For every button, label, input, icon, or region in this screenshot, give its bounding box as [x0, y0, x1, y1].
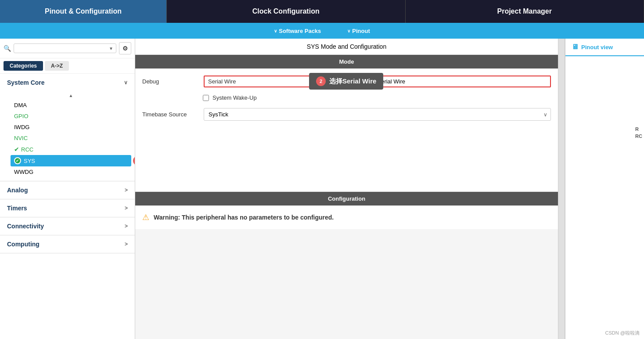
sys-row: ✔ SYS 1 — [11, 155, 131, 166]
gpio-label: GPIO — [14, 113, 29, 119]
section-connectivity-chevron: > — [125, 223, 128, 229]
section-timers-label: Timers — [7, 205, 27, 212]
software-packs-label: Software Packs — [279, 28, 321, 34]
step1-badge: 1 — [133, 156, 135, 166]
config-content: ⚠ Warning: This peripheral has no parame… — [135, 206, 558, 229]
section-timers-chevron: > — [125, 205, 128, 211]
content-title: SYS Mode and Configuration — [135, 39, 558, 55]
section-analog: Analog > — [0, 181, 135, 199]
search-input[interactable] — [17, 45, 109, 51]
secondary-navigation: ∨ Software Packs ∨ Pinout — [0, 23, 644, 39]
pinout-nav[interactable]: ∨ Pinout — [347, 28, 370, 34]
sidebar-item-rcc[interactable]: ✔ RCC — [11, 144, 131, 155]
rcc-label: RCC — [21, 146, 33, 153]
tab-project-manager[interactable]: Project Manager — [406, 0, 644, 23]
timebase-label: Timebase Source — [142, 111, 199, 118]
section-computing: Computing > — [0, 235, 135, 253]
section-connectivity-header[interactable]: Connectivity > — [0, 217, 135, 235]
top-navigation: Pinout & Configuration Clock Configurati… — [0, 0, 644, 23]
section-system-core-chevron: ∨ — [124, 79, 128, 86]
pinout-view-button[interactable]: 🖥 Pinout view — [565, 39, 644, 56]
dma-label: DMA — [14, 102, 27, 108]
search-box[interactable]: ▼ — [14, 43, 116, 53]
software-packs-nav[interactable]: ∨ Software Packs — [274, 28, 321, 34]
search-icon: 🔍 — [4, 45, 11, 52]
check-icon-sys: ✔ — [14, 157, 21, 164]
sys-label: SYS — [24, 158, 35, 164]
section-analog-header[interactable]: Analog > — [0, 181, 135, 199]
system-core-items: ▲ DMA GPIO IWDG NVIC ✔ — [0, 91, 135, 181]
wakeup-label: System Wake-Up — [212, 94, 257, 101]
sidebar-item-iwdg[interactable]: IWDG — [11, 122, 131, 133]
nvic-label: NVIC — [14, 135, 28, 141]
timebase-form-row: Timebase Source SysTick TIM1 TIM2 ∨ — [142, 108, 551, 121]
warning-text: Warning: This peripheral has no paramete… — [154, 214, 334, 221]
software-packs-chevron: ∨ — [274, 29, 277, 33]
section-timers-header[interactable]: Timers > — [0, 199, 135, 217]
tab-pinout-configuration[interactable]: Pinout & Configuration — [0, 0, 167, 23]
warning-icon: ⚠ — [142, 213, 149, 222]
debug-form-row: Debug Serial Wire Serial Wire JTAG (4 pi… — [142, 76, 551, 87]
tab-pinout-label: Pinout & Configuration — [45, 7, 122, 15]
sidebar-item-nvic[interactable]: NVIC — [11, 133, 131, 144]
sidebar: 🔍 ▼ ⚙ Categories A->Z System C — [0, 39, 135, 339]
right-label-r: R — [635, 126, 642, 132]
timebase-select[interactable]: SysTick TIM1 TIM2 — [204, 108, 551, 121]
mode-section: Mode Debug Serial Wire Serial Wire JTAG … — [135, 55, 558, 191]
gear-button[interactable]: ⚙ — [119, 42, 131, 54]
scrollbar-divider — [558, 39, 565, 339]
config-section: Configuration ⚠ Warning: This peripheral… — [135, 191, 558, 229]
mode-content: Debug Serial Wire Serial Wire JTAG (4 pi… — [135, 69, 558, 191]
pinout-view-icon: 🖥 — [572, 43, 579, 51]
wwdg-label: WWDG — [14, 169, 33, 175]
pinout-chevron: ∨ — [347, 29, 350, 33]
section-timers: Timers > — [0, 199, 135, 217]
mode-section-header: Mode — [135, 55, 558, 69]
section-connectivity-label: Connectivity — [7, 223, 44, 230]
section-system-core-label: System Core — [7, 79, 45, 86]
tooltip-callout: 2 选择Serial Wire — [309, 73, 383, 90]
main-content: SYS Mode and Configuration Mode Debug Se… — [135, 39, 558, 339]
tab-clock-configuration[interactable]: Clock Configuration — [167, 0, 406, 23]
sidebar-content: System Core ∨ ▲ DMA GPIO IWDG — [0, 74, 135, 339]
tab-categories[interactable]: Categories — [4, 61, 43, 71]
main-layout: 🔍 ▼ ⚙ Categories A->Z System C — [0, 39, 644, 339]
watermark: CSDN @啦啦滴 — [605, 330, 640, 336]
right-panel-labels: R RC — [635, 126, 642, 139]
gear-icon: ⚙ — [122, 45, 128, 52]
sidebar-item-wwdg[interactable]: WWDG — [11, 166, 131, 177]
tab-project-label: Project Manager — [497, 7, 552, 15]
sidebar-item-sys[interactable]: ✔ SYS — [11, 155, 131, 166]
section-computing-label: Computing — [7, 241, 40, 248]
section-connectivity: Connectivity > — [0, 217, 135, 235]
check-icon-rcc: ✔ — [14, 146, 19, 153]
sidebar-tabs: Categories A->Z — [0, 58, 135, 74]
section-system-core-header[interactable]: System Core ∨ — [0, 74, 135, 91]
right-panel: 🖥 Pinout view R RC CSDN @啦啦滴 — [565, 39, 644, 339]
debug-label: Debug — [142, 78, 199, 85]
section-system-core: System Core ∨ ▲ DMA GPIO IWDG — [0, 74, 135, 181]
timebase-select-wrapper: SysTick TIM1 TIM2 ∨ — [204, 108, 551, 121]
right-panel-content: R RC — [565, 56, 644, 339]
sidebar-search-row: 🔍 ▼ ⚙ — [0, 39, 135, 58]
sidebar-item-dma[interactable]: DMA — [11, 100, 131, 111]
config-section-header: Configuration — [135, 192, 558, 206]
tab-clock-label: Clock Configuration — [252, 7, 320, 15]
search-dropdown-arrow[interactable]: ▼ — [109, 46, 113, 51]
section-computing-chevron: > — [125, 241, 128, 247]
right-label-rc: RC — [635, 133, 642, 139]
sidebar-item-gpio[interactable]: GPIO — [11, 111, 131, 122]
wakeup-row: System Wake-Up — [142, 94, 551, 101]
scroll-up-arrow[interactable]: ▲ — [11, 91, 131, 100]
tab-atoz[interactable]: A->Z — [45, 61, 69, 71]
section-computing-header[interactable]: Computing > — [0, 235, 135, 253]
wakeup-checkbox[interactable] — [203, 95, 209, 101]
section-analog-chevron: > — [125, 187, 128, 193]
step2-badge: 2 — [316, 76, 326, 86]
pinout-label: Pinout — [352, 28, 370, 34]
pinout-view-label: Pinout view — [581, 44, 613, 50]
debug-select[interactable]: Serial Wire JTAG (4 pins) JTAG (5 pins) … — [378, 78, 547, 85]
iwdg-label: IWDG — [14, 124, 29, 130]
section-analog-label: Analog — [7, 187, 28, 194]
tooltip-text: 选择Serial Wire — [329, 77, 376, 86]
